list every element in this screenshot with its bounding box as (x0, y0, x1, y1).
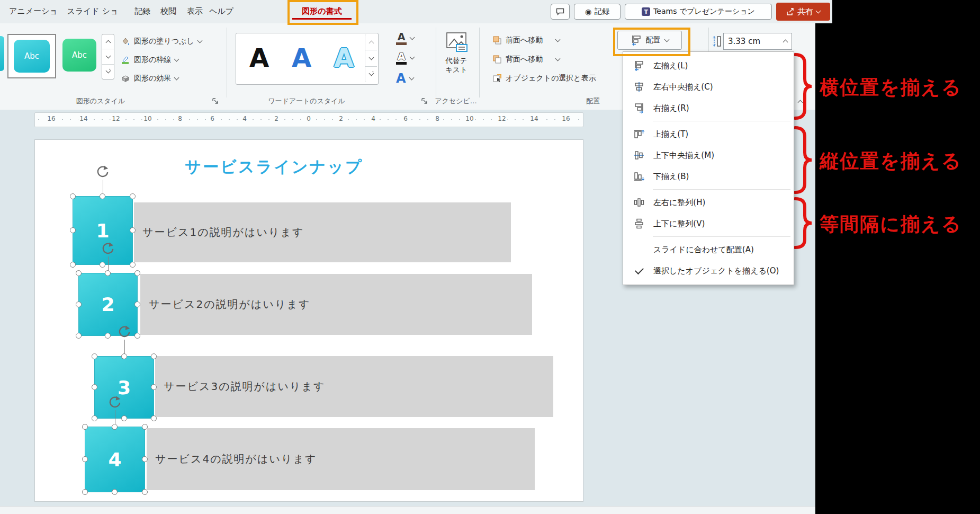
selection-pane-button[interactable]: オブジェクトの選択と表示 (492, 72, 596, 85)
selection-handle[interactable] (70, 193, 76, 199)
menu-item-align-center[interactable]: 左右中央揃え(C) (623, 76, 794, 98)
shape-style-partial-tile[interactable] (0, 36, 4, 71)
selection-handle[interactable] (76, 333, 82, 339)
align-button[interactable]: 配置 (617, 31, 682, 50)
selection-handle[interactable] (121, 353, 127, 359)
comments-button[interactable] (551, 4, 570, 20)
selection-handle[interactable] (134, 302, 140, 307)
wordart-style-outline[interactable]: A (334, 45, 354, 70)
service-description-bar[interactable]: サービス4の説明がはいります (147, 428, 535, 490)
tab-help[interactable]: ヘルプ (208, 0, 235, 22)
selection-handle[interactable] (92, 415, 97, 421)
align-middle-icon (633, 149, 645, 161)
selection-handle[interactable] (76, 302, 82, 307)
selection-handle[interactable] (134, 333, 140, 339)
tab-animation[interactable]: アニメーション (7, 0, 60, 22)
menu-item-align-to-slide[interactable]: スライドに合わせて配置(A) (623, 239, 794, 260)
text-effects-button[interactable]: A (396, 72, 413, 85)
selection-handle[interactable] (82, 424, 88, 430)
selection-handle[interactable] (142, 489, 148, 495)
selection-handle[interactable] (105, 333, 111, 339)
teams-present-button[interactable]: T Teams でプレゼンテーション (625, 4, 772, 20)
selection-handle[interactable] (142, 424, 148, 430)
shape-outline-button[interactable]: 図形の枠線 (121, 54, 178, 66)
shape-style-option[interactable]: Abc (62, 39, 96, 72)
shape-effects-icon (121, 74, 130, 83)
text-outline-button[interactable]: A (396, 51, 414, 64)
align-left-icon (633, 60, 645, 72)
tab-record[interactable]: 記録 (129, 0, 156, 22)
menu-separator (653, 236, 790, 237)
tab-review[interactable]: 校閲 (155, 0, 182, 22)
selection-handle[interactable] (151, 415, 157, 421)
menu-item-align-middle[interactable]: 上下中央揃え(M) (623, 145, 794, 166)
menu-item-align-right[interactable]: 右揃え(R) (623, 98, 794, 119)
selection-handle[interactable] (130, 193, 136, 199)
bring-forward-label: 前面へ移動 (506, 36, 543, 45)
comment-icon (556, 8, 564, 15)
selection-handle[interactable] (134, 270, 140, 276)
selection-handle[interactable] (100, 262, 105, 268)
menu-item-distribute-horizontally[interactable]: 左右に整列(H) (623, 192, 794, 213)
slide-title[interactable]: サービスラインナップ (0, 156, 548, 178)
selection-handle[interactable] (92, 353, 97, 359)
text-fill-button[interactable]: A (396, 32, 414, 45)
gallery-down-icon[interactable] (102, 49, 114, 64)
selection-handle[interactable] (112, 489, 118, 495)
horizontal-ruler[interactable]: 16 14 12 10 8 6 4 2 0 2 4 6 8 10 12 14 1… (34, 112, 583, 127)
selection-handle[interactable] (112, 424, 118, 430)
align-center-icon (633, 81, 645, 93)
tab-shape-format[interactable]: 図形の書式 (291, 0, 353, 22)
selection-handle[interactable] (130, 227, 136, 233)
ruler-mark: 8 (176, 115, 184, 122)
wordart-style-black[interactable]: A (249, 45, 269, 70)
shape-styles-dialog-launcher-icon[interactable] (212, 97, 219, 107)
selection-handle[interactable] (82, 456, 88, 462)
menu-item-align-top[interactable]: 上揃え(T) (623, 123, 794, 145)
wordart-dialog-launcher-icon[interactable] (421, 97, 428, 107)
record-label: 記録 (595, 7, 609, 16)
selection-handle[interactable] (82, 489, 88, 495)
shape-style-current[interactable]: Abc (14, 40, 50, 73)
selection-handle[interactable] (105, 270, 111, 276)
selection-handle[interactable] (100, 193, 105, 199)
numbered-shape-4[interactable]: 4 (85, 427, 145, 492)
wordart-down-icon[interactable] (365, 50, 377, 66)
shape-height-field[interactable]: 3.33 cm (723, 33, 792, 50)
ruler-mark: 12 (110, 115, 121, 122)
service-description-bar[interactable]: サービス3の説明がはいります (155, 356, 553, 417)
gallery-more-icon[interactable] (102, 65, 114, 79)
bring-forward-button[interactable]: 前面へ移動 (492, 34, 585, 47)
wordart-more-icon[interactable] (365, 67, 377, 82)
powerpoint-window: アニメーション スライド ショー 記録 校閲 表示 ヘルプ 図形の書式 ◉ 記録… (0, 0, 980, 514)
selection-handle[interactable] (70, 262, 76, 268)
selection-handle[interactable] (76, 270, 82, 276)
service-description-bar[interactable]: サービス2の説明がはいります (140, 274, 532, 335)
selection-handle[interactable] (151, 384, 157, 390)
gallery-up-icon[interactable] (102, 34, 114, 49)
tab-view[interactable]: 表示 (181, 0, 209, 22)
alt-text-button[interactable]: 代替テ キスト (440, 31, 473, 93)
align-right-icon (633, 102, 645, 114)
selection-handle[interactable] (151, 353, 157, 359)
numbered-shape-3[interactable]: 3 (94, 356, 154, 419)
wordart-up-icon[interactable] (365, 34, 377, 50)
selection-handle[interactable] (142, 456, 148, 462)
share-button[interactable]: 共有 (776, 3, 830, 21)
shape-fill-button[interactable]: 図形の塗りつぶし (121, 35, 202, 48)
selection-handle[interactable] (92, 384, 97, 390)
send-backward-button[interactable]: 背面へ移動 (492, 53, 585, 66)
selection-handle[interactable] (121, 415, 127, 421)
menu-item-align-left[interactable]: 左揃え(L) (623, 55, 794, 76)
record-button[interactable]: ◉ 記録 (574, 4, 621, 20)
shape-effects-button[interactable]: 図形の効果 (121, 72, 178, 85)
service-description-bar[interactable]: サービス1の説明がはいります (134, 202, 511, 262)
tab-slideshow[interactable]: スライド ショー (65, 0, 121, 22)
wordart-style-blue[interactable]: A (292, 45, 311, 70)
selection-handle[interactable] (130, 262, 136, 268)
align-top-icon (633, 128, 645, 140)
menu-item-align-selected-objects[interactable]: 選択したオブジェクトを揃える(O) (623, 260, 794, 281)
menu-item-align-bottom[interactable]: 下揃え(B) (623, 166, 794, 187)
menu-item-distribute-vertically[interactable]: 上下に整列(V) (623, 213, 794, 234)
selection-handle[interactable] (70, 227, 76, 233)
